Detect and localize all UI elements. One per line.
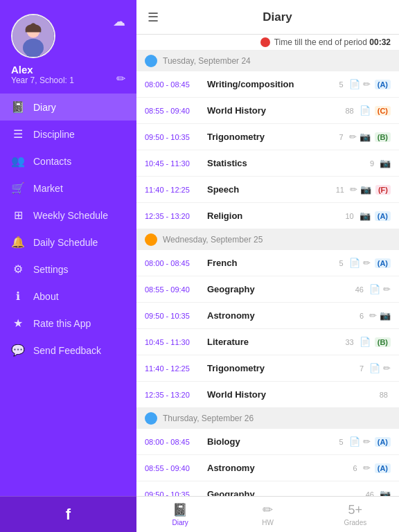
doc-icon[interactable]: 📄: [360, 105, 371, 116]
edit-icon[interactable]: ✏: [363, 79, 371, 89]
sidebar-item-about[interactable]: ℹ About: [0, 283, 136, 310]
wednesday-label: Wednesday, September 25: [163, 235, 263, 245]
row-actions: 9 📷: [370, 158, 391, 168]
edit-icon[interactable]: ✏: [383, 363, 391, 373]
rate-icon: ★: [11, 317, 25, 330]
cam-icon[interactable]: 📷: [380, 489, 391, 496]
sidebar-item-settings[interactable]: ⚙ Settings: [0, 256, 136, 283]
row-num: 11: [336, 186, 344, 194]
row-num: 6: [353, 464, 357, 472]
cam-icon[interactable]: 📷: [360, 211, 371, 221]
sidebar-item-market[interactable]: 🛒 Market: [0, 175, 136, 202]
schedule-scroll: Tuesday, September 24 08:00 - 08:45 Writ…: [136, 51, 399, 496]
sidebar: ☁ Alex Year 7, School: 1 ✏ 📓 Diary: [0, 0, 136, 532]
table-row: 11:40 - 12:25 Speech 11 ✏ 📷 (F): [136, 177, 399, 203]
edit-icon[interactable]: ✏: [363, 258, 371, 268]
table-row: 08:00 - 08:45 French 5 📄 ✏ (A): [136, 250, 399, 276]
tab-grades[interactable]: 5+ Grades: [312, 497, 399, 532]
row-actions: 5 📄 ✏ (A): [339, 79, 391, 89]
row-actions: 6 ✏ (A): [353, 463, 391, 473]
row-num: 7: [339, 133, 344, 141]
tab-diary[interactable]: 📓 Diary: [136, 497, 224, 532]
sidebar-item-weekly-schedule[interactable]: ⊞ Weekly Schedule: [0, 202, 136, 229]
discipline-icon: ☰: [11, 127, 25, 141]
profile-name: Alex: [11, 64, 33, 76]
thursday-dot: [145, 412, 157, 425]
row-num: 88: [345, 107, 353, 115]
sidebar-item-discipline[interactable]: ☰ Discipline: [0, 121, 136, 148]
row-num: 88: [380, 391, 388, 399]
feedback-icon: 💬: [11, 344, 25, 357]
sidebar-label-daily-schedule: Daily Schedule: [33, 237, 98, 248]
edit-icon[interactable]: ✏: [349, 132, 357, 142]
table-row: 10:45 - 11:30 Literature 33 📄 (B): [136, 329, 399, 355]
row-num: 5: [339, 438, 344, 446]
doc-icon[interactable]: 📄: [349, 436, 360, 447]
table-row: 09:50 - 10:35 Geography 46 📷: [136, 481, 399, 496]
sidebar-label-diary: Diary: [33, 102, 56, 113]
sidebar-item-rate[interactable]: ★ Rate this App: [0, 310, 136, 337]
doc-icon[interactable]: 📄: [360, 337, 371, 347]
sidebar-item-contacts[interactable]: 👥 Contacts: [0, 148, 136, 175]
tab-hw[interactable]: ✏ HW: [224, 497, 311, 532]
row-subject: World History: [207, 389, 380, 400]
grade-badge: (A): [375, 437, 391, 447]
row-num: 5: [339, 80, 344, 89]
about-icon: ℹ: [11, 290, 25, 303]
table-row: 08:00 - 08:45 Biology 5 📄 ✏ (A): [136, 429, 399, 455]
hamburger-icon[interactable]: ☰: [148, 10, 159, 25]
wednesday-dot: [145, 233, 157, 246]
doc-icon[interactable]: 📄: [349, 79, 360, 89]
edit-icon[interactable]: ✏: [350, 184, 357, 195]
row-num: 7: [360, 364, 364, 373]
row-time: 08:55 - 09:40: [145, 107, 207, 115]
grades-tab-label: Grades: [344, 519, 366, 526]
doc-icon[interactable]: 📄: [369, 284, 380, 294]
sidebar-item-daily-schedule[interactable]: 🔔 Daily Schedule: [0, 229, 136, 256]
row-actions: 33 📄 (B): [345, 337, 391, 347]
doc-icon[interactable]: 📄: [369, 363, 380, 373]
weekly-schedule-icon: ⊞: [11, 209, 25, 222]
row-actions: 10 📷 (A): [345, 211, 391, 221]
sidebar-item-feedback[interactable]: 💬 Send Feedback: [0, 337, 136, 364]
thursday-label: Thursday, September 26: [163, 414, 254, 423]
edit-icon[interactable]: ✏: [369, 310, 377, 321]
table-row: 08:00 - 08:45 Writing/composition 5 📄 ✏ …: [136, 71, 399, 98]
cam-icon[interactable]: 📷: [360, 132, 371, 142]
page-title: Diary: [167, 10, 388, 24]
edit-profile-icon[interactable]: ✏: [116, 72, 125, 85]
row-subject: Biology: [207, 436, 339, 447]
cloud-icon[interactable]: ☁: [113, 14, 125, 29]
row-subject: French: [207, 258, 339, 268]
cam-icon[interactable]: 📷: [360, 184, 371, 195]
sidebar-label-about: About: [33, 291, 59, 302]
hw-tab-icon: ✏: [263, 502, 273, 517]
cam-icon[interactable]: 📷: [380, 310, 391, 321]
row-num: 6: [360, 312, 364, 320]
edit-icon[interactable]: ✏: [363, 436, 371, 447]
cam-icon[interactable]: 📷: [380, 158, 391, 168]
row-actions: 5 📄 ✏ (A): [339, 258, 391, 268]
avatar-image: [12, 15, 54, 57]
doc-icon[interactable]: 📄: [349, 258, 360, 268]
table-row: 08:55 - 09:40 Geography 46 📄 ✏: [136, 276, 399, 303]
edit-icon[interactable]: ✏: [363, 463, 371, 473]
row-num: 9: [370, 159, 374, 168]
profile-sub: Year 7, School: 1: [11, 76, 74, 85]
grade-badge: (A): [375, 258, 391, 268]
row-num: 33: [345, 338, 353, 346]
day-header-thursday: Thursday, September 26: [136, 408, 399, 429]
row-subject: Statistics: [207, 158, 370, 168]
table-row: 10:45 - 11:30 Statistics 9 📷: [136, 150, 399, 177]
sidebar-footer[interactable]: f: [0, 496, 136, 532]
row-subject: Writing/composition: [207, 79, 339, 89]
row-actions: 5 📄 ✏ (A): [339, 436, 391, 447]
row-time: 11:40 - 12:25: [145, 364, 207, 373]
edit-icon[interactable]: ✏: [383, 284, 391, 294]
sidebar-item-diary[interactable]: 📓 Diary: [0, 94, 136, 121]
sidebar-label-market: Market: [33, 183, 63, 194]
timer-dot: [260, 37, 270, 47]
table-row: 12:35 - 13:20 Religion 10 📷 (A): [136, 203, 399, 229]
row-actions: 7 ✏ 📷 (B): [339, 132, 391, 142]
sidebar-label-discipline: Discipline: [33, 129, 75, 140]
